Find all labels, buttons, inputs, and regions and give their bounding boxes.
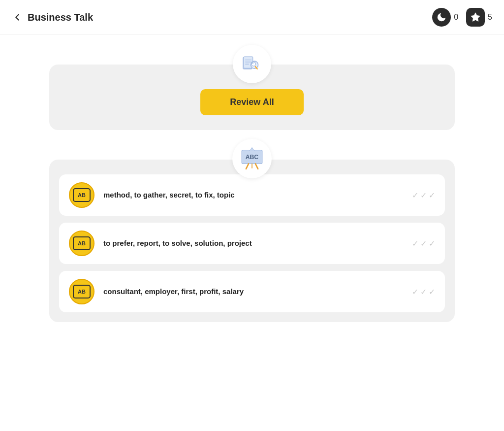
review-all-button[interactable]: Review All	[200, 89, 303, 115]
check-2: ✓	[420, 287, 427, 297]
vocab-ab-icon-2: AB	[69, 231, 94, 256]
page-title: Business Talk	[28, 12, 93, 23]
abc-board-icon: ABC	[239, 146, 265, 171]
check-2: ✓	[420, 239, 427, 248]
header: Business Talk 0 5	[0, 0, 504, 35]
svg-marker-15	[250, 147, 254, 151]
svg-text:ABC: ABC	[246, 154, 259, 161]
star-icon	[466, 8, 485, 27]
svg-line-12	[246, 164, 249, 168]
vocab-words-3: consultant, employer, first, profit, sal…	[103, 286, 403, 298]
header-right: 0 5	[432, 8, 492, 27]
vocab-checks-2: ✓ ✓ ✓	[412, 239, 435, 248]
moon-icon	[432, 8, 451, 27]
check-1: ✓	[412, 191, 418, 200]
moon-count: 0	[454, 13, 458, 22]
check-3: ✓	[429, 239, 435, 248]
vocab-words-1: method, to gather, secret, to fix, topic	[103, 190, 403, 201]
book-search-icon	[240, 52, 264, 76]
vocab-checks-1: ✓ ✓ ✓	[412, 191, 435, 200]
vocab-item[interactable]: AB consultant, employer, first, profit, …	[59, 271, 445, 312]
review-icon-container	[233, 45, 271, 83]
ab-label-3: AB	[73, 285, 91, 298]
vocabulary-section: ABC AB method, to gather, secret, to fix…	[49, 160, 455, 322]
vocab-icon-container: ABC	[232, 139, 272, 178]
check-1: ✓	[412, 239, 418, 248]
check-2: ✓	[420, 191, 427, 200]
svg-marker-0	[471, 13, 480, 21]
vocab-item[interactable]: AB to prefer, report, to solve, solution…	[59, 223, 445, 264]
star-count: 5	[488, 13, 492, 22]
vocab-item[interactable]: AB method, to gather, secret, to fix, to…	[59, 174, 445, 216]
back-button[interactable]	[12, 12, 23, 23]
main-content: Review All ABC AB meth	[0, 35, 504, 332]
vocab-ab-icon-3: AB	[69, 279, 94, 304]
review-all-card: Review All	[49, 65, 455, 130]
vocab-words-2: to prefer, report, to solve, solution, p…	[103, 238, 403, 249]
svg-point-7	[252, 62, 255, 66]
svg-point-9	[252, 63, 253, 64]
svg-line-13	[255, 164, 258, 168]
vocab-ab-icon-1: AB	[69, 182, 94, 208]
check-1: ✓	[412, 287, 418, 297]
vocab-checks-3: ✓ ✓ ✓	[412, 287, 435, 297]
header-left: Business Talk	[12, 12, 93, 23]
moon-badge: 0	[432, 8, 458, 27]
ab-label-1: AB	[73, 188, 91, 202]
check-3: ✓	[429, 191, 435, 200]
ab-label-2: AB	[73, 236, 91, 250]
star-badge: 5	[466, 8, 492, 27]
check-3: ✓	[429, 287, 435, 297]
